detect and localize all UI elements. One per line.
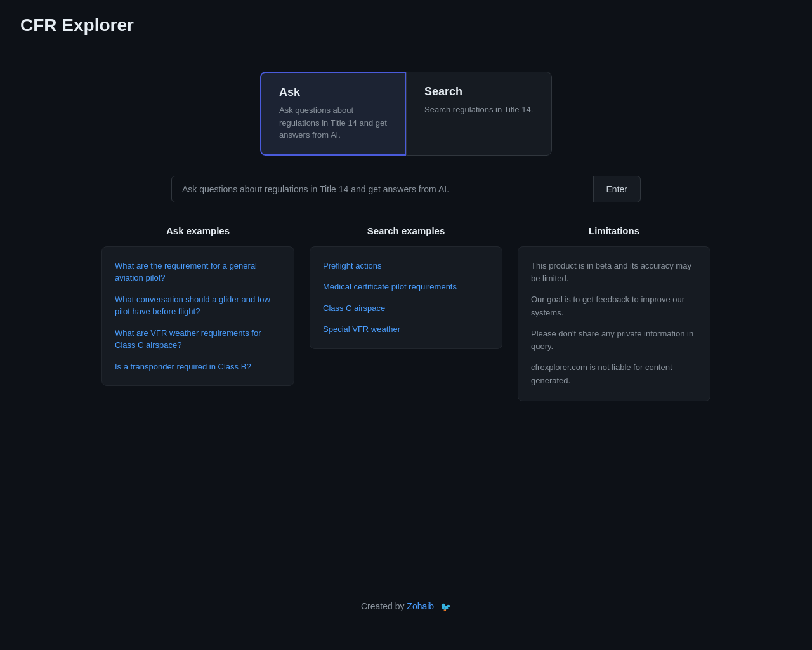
footer: Created by Zohaib 🐦: [0, 601, 812, 612]
created-by-text: Created by: [361, 601, 404, 611]
ask-examples-column: Ask examples What are the requirement fo…: [102, 225, 294, 401]
tab-ask-title: Ask: [279, 86, 387, 99]
search-examples-title: Search examples: [310, 225, 502, 236]
search-bar-container: Enter: [171, 176, 641, 202]
author-link[interactable]: Zohaib: [407, 601, 434, 611]
tab-ask[interactable]: Ask Ask questions about regulations in T…: [260, 72, 406, 156]
search-examples-column: Search examples Preflight actions Medica…: [310, 225, 502, 401]
app-title: CFR Explorer: [20, 15, 792, 36]
ask-example-2[interactable]: What conversation should a glider and to…: [115, 293, 281, 318]
tab-ask-description: Ask questions about regulations in Title…: [279, 104, 387, 142]
limitations-column: Limitations This product is in beta and …: [518, 225, 710, 401]
search-example-4[interactable]: Special VFR weather: [323, 323, 489, 336]
limitations-card: This product is in beta and its accuracy…: [518, 246, 710, 401]
ask-examples-card: What are the requirement for a general a…: [102, 246, 294, 387]
ask-examples-title: Ask examples: [102, 225, 294, 236]
search-example-3[interactable]: Class C airspace: [323, 302, 489, 315]
limitation-4: cfrexplorer.com is not liable for conten…: [531, 361, 697, 388]
search-example-2[interactable]: Medical certificate pilot requirements: [323, 281, 489, 293]
tab-search[interactable]: Search Search regulations in Title 14.: [406, 72, 552, 156]
search-example-1[interactable]: Preflight actions: [323, 260, 489, 272]
ask-example-1[interactable]: What are the requirement for a general a…: [115, 260, 281, 284]
ask-example-4[interactable]: Is a transponder required in Class B?: [115, 361, 281, 373]
enter-button[interactable]: Enter: [594, 176, 641, 202]
tab-container: Ask Ask questions about regulations in T…: [260, 72, 552, 156]
limitation-2: Our goal is to get feedback to improve o…: [531, 293, 697, 320]
tab-search-description: Search regulations in Title 14.: [424, 103, 534, 116]
limitation-3: Please don't share any private informati…: [531, 328, 697, 354]
columns-container: Ask examples What are the requirement fo…: [102, 225, 710, 401]
limitation-1: This product is in beta and its accuracy…: [531, 260, 697, 286]
header: CFR Explorer: [0, 0, 812, 46]
search-input[interactable]: [171, 176, 594, 202]
main-content: Ask Ask questions about regulations in T…: [0, 46, 812, 427]
search-examples-card: Preflight actions Medical certificate pi…: [310, 246, 502, 349]
tab-search-title: Search: [424, 85, 534, 98]
ask-example-3[interactable]: What are VFR weather requirements for Cl…: [115, 327, 281, 352]
limitations-title: Limitations: [518, 225, 710, 236]
twitter-icon: 🐦: [440, 602, 451, 612]
